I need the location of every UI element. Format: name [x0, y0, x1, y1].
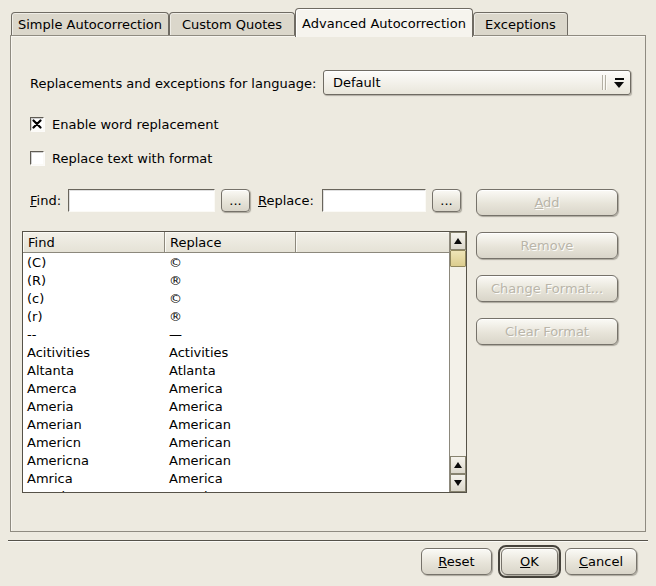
table-row[interactable]: (r) ®: [23, 307, 449, 325]
change-format-button-label: Change Format...: [491, 281, 603, 296]
enable-word-replacement-label: Enable word replacement: [52, 117, 219, 132]
table-scrollbar[interactable]: [449, 232, 466, 492]
scroll-up-button[interactable]: [450, 232, 466, 250]
column-header-label: Replace: [170, 235, 221, 250]
table-row[interactable]: (R) ®: [23, 271, 449, 289]
replace-browse-button[interactable]: ...: [432, 189, 461, 212]
table-row[interactable]: (c) ©: [23, 289, 449, 307]
reset-button-label: Reset: [438, 554, 474, 569]
find-label: Find:: [30, 193, 61, 208]
table-body: (C) © (R) ® (c) © (r) ® -- — Acitivities…: [23, 253, 449, 492]
cell-find: Altanta: [23, 363, 165, 378]
advanced-autocorrection-dialog: { "tabs": [ {"label": "Simple Autocorrec…: [0, 0, 656, 586]
cell-find: Amerca: [23, 381, 165, 396]
table-row[interactable]: (C) ©: [23, 253, 449, 271]
table-header: Find Replace: [23, 232, 449, 253]
replacements-table: Find Replace (C) © (R) ® (c) © (r) ® -- …: [22, 231, 467, 493]
table-row[interactable]: Americna American: [23, 451, 449, 469]
cell-find: (C): [23, 255, 165, 270]
find-input[interactable]: [68, 189, 215, 212]
column-header-label: Find: [28, 235, 55, 250]
replace-input[interactable]: [322, 189, 426, 212]
cell-replace: American: [165, 435, 231, 450]
table-row[interactable]: -- —: [23, 325, 449, 343]
tab-custom-quotes[interactable]: Custom Quotes: [169, 12, 295, 35]
find-browse-button[interactable]: ...: [221, 189, 250, 212]
ellipsis-label: ...: [229, 193, 241, 208]
cell-replace: Activities: [165, 345, 228, 360]
cell-find: Amrica: [23, 471, 165, 486]
table-row[interactable]: Altanta Atlanta: [23, 361, 449, 379]
tab-label: Exceptions: [485, 17, 556, 32]
language-selected-value: Default: [324, 75, 602, 90]
column-header-replace[interactable]: Replace: [165, 232, 296, 253]
ok-button-label: OK: [520, 554, 539, 569]
ok-default-ring: OK: [498, 545, 561, 578]
cell-find: (c): [23, 291, 165, 306]
arrow-up-icon: [454, 238, 462, 244]
add-button[interactable]: Add: [476, 189, 618, 216]
column-header-find[interactable]: Find: [23, 232, 165, 253]
tab-exceptions[interactable]: Exceptions: [473, 12, 568, 35]
cell-find: Amreica: [23, 489, 165, 493]
cell-replace: America: [165, 381, 223, 396]
table-row[interactable]: Amreica America: [23, 487, 449, 492]
tab-simple-autocorrection[interactable]: Simple Autocorrection: [11, 12, 169, 35]
clear-format-button[interactable]: Clear Format: [476, 318, 618, 345]
replace-text-with-format-label: Replace text with format: [52, 151, 212, 166]
change-format-button[interactable]: Change Format...: [476, 275, 618, 302]
table-row[interactable]: Acitivities Activities: [23, 343, 449, 361]
cell-replace: Atlanta: [165, 363, 216, 378]
enable-word-replacement-checkbox[interactable]: [30, 117, 44, 131]
tab-label: Simple Autocorrection: [18, 17, 162, 32]
tab-advanced-autocorrection[interactable]: Advanced Autocorrection: [295, 8, 473, 37]
reset-button[interactable]: Reset: [421, 548, 492, 575]
cell-replace: ©: [165, 255, 182, 270]
cell-find: Americn: [23, 435, 165, 450]
cell-replace: America: [165, 471, 223, 486]
scrollbar-thumb[interactable]: [450, 250, 466, 267]
column-header-empty[interactable]: [296, 232, 449, 253]
combo-grip: [605, 75, 606, 90]
tab-label: Custom Quotes: [182, 17, 282, 32]
table-row[interactable]: Amerian American: [23, 415, 449, 433]
arrow-down-icon: [454, 480, 462, 486]
cell-replace: —: [165, 327, 182, 342]
add-button-label: Add: [534, 195, 559, 210]
chevron-down-icon: [608, 78, 630, 88]
replace-text-with-format-checkbox[interactable]: [30, 151, 44, 165]
cell-find: (r): [23, 309, 165, 324]
combo-grip: [602, 75, 603, 90]
replace-label: Replace:: [258, 193, 314, 208]
cancel-button-label: Cancel: [579, 554, 623, 569]
cell-find: --: [23, 327, 165, 342]
cell-find: (R): [23, 273, 165, 288]
table-row[interactable]: Amerca America: [23, 379, 449, 397]
cancel-button[interactable]: Cancel: [565, 548, 637, 575]
cell-replace: American: [165, 417, 231, 432]
cell-find: Acitivities: [23, 345, 165, 360]
cell-replace: ®: [165, 273, 182, 288]
scroll-up-button-bottom[interactable]: [450, 456, 466, 474]
table-row[interactable]: Ameria America: [23, 397, 449, 415]
check-x-icon: [32, 119, 42, 129]
cell-find: Amerian: [23, 417, 165, 432]
ok-button[interactable]: OK: [501, 548, 558, 575]
table-row[interactable]: Amrica America: [23, 469, 449, 487]
cell-replace: America: [165, 399, 223, 414]
remove-button-label: Remove: [521, 238, 574, 253]
language-combobox[interactable]: Default: [323, 70, 631, 95]
tab-label: Advanced Autocorrection: [302, 16, 466, 31]
cell-replace: American: [165, 453, 231, 468]
scroll-down-button[interactable]: [450, 474, 466, 492]
cell-replace: ©: [165, 291, 182, 306]
cell-find: Americna: [23, 453, 165, 468]
ellipsis-label: ...: [440, 193, 452, 208]
cell-find: Ameria: [23, 399, 165, 414]
footer-separator: [8, 540, 648, 541]
arrow-up-icon: [454, 462, 462, 468]
table-row[interactable]: Americn American: [23, 433, 449, 451]
clear-format-button-label: Clear Format: [505, 324, 589, 339]
remove-button[interactable]: Remove: [476, 232, 618, 259]
cell-replace: ®: [165, 309, 182, 324]
